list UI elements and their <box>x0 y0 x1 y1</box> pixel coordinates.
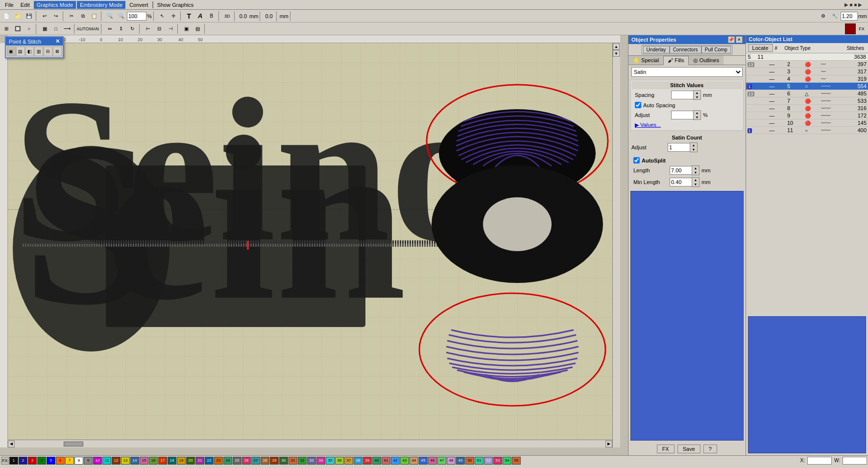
color-1[interactable]: 1 <box>9 457 18 465</box>
help-button[interactable]: ? <box>703 445 717 453</box>
table-row[interactable]: — 3 🔴 〰 317 <box>746 68 868 75</box>
color-51[interactable]: 51 <box>475 457 483 465</box>
zoom-out-btn[interactable]: 🔍 <box>104 11 115 22</box>
x-coord-input[interactable] <box>807 457 832 465</box>
save-button[interactable]: Save <box>677 445 700 453</box>
tab-special[interactable]: ⭐ Special <box>628 56 663 65</box>
color-53[interactable]: 53 <box>493 457 502 465</box>
color-41[interactable]: 41 <box>382 457 390 465</box>
menu-convert[interactable]: Convert <box>126 1 151 9</box>
color-21[interactable]: 21 <box>195 457 204 465</box>
mirror-v-btn[interactable]: ⇕ <box>116 23 126 34</box>
color-32[interactable]: 32 <box>298 457 307 465</box>
satin-down[interactable]: ▼ <box>690 147 697 152</box>
scrollbar-vertical[interactable]: ▲ ▼ <box>612 43 620 447</box>
fill-btn[interactable]: ▦ <box>39 23 50 34</box>
fx-button[interactable]: FX <box>657 445 675 453</box>
color-9[interactable]: 9 <box>84 457 93 465</box>
run-btn[interactable]: ⟶ <box>62 23 72 34</box>
color-22[interactable]: 22 <box>205 457 214 465</box>
table-row[interactable]: — 9 🔴 〰〰 172 <box>746 112 868 119</box>
manual-btn[interactable]: MAN <box>89 23 99 34</box>
color-49[interactable]: 49 <box>456 457 465 465</box>
settings-btn[interactable]: ⚙ <box>818 11 829 22</box>
spacing-down[interactable]: ▼ <box>694 95 700 99</box>
satin-adjust-input[interactable] <box>668 143 690 152</box>
open-btn[interactable]: 📁 <box>12 11 23 22</box>
table-row[interactable]: — 7 🔴 〰〰 533 <box>746 97 868 105</box>
color-6[interactable]: 6 <box>56 457 65 465</box>
connectors-tab[interactable]: Connectors <box>670 46 701 53</box>
color-28[interactable]: 28 <box>261 457 269 465</box>
obj-props-close[interactable]: ✕ <box>736 36 743 43</box>
color-25[interactable]: 25 <box>233 457 241 465</box>
density-input[interactable] <box>841 12 858 21</box>
bezier-btn[interactable]: B <box>206 11 217 22</box>
zoom-in-btn[interactable]: 🔍 <box>116 11 126 22</box>
color-55[interactable]: 55 <box>512 457 521 465</box>
menu-embroidery-mode[interactable]: Embroidery Mode <box>77 1 125 9</box>
menu-file[interactable]: File <box>2 1 17 9</box>
ps-icon-3[interactable]: ◧ <box>25 47 34 56</box>
paste-btn[interactable]: 📋 <box>89 11 99 22</box>
color-8[interactable]: 8 <box>74 457 83 465</box>
pull-comp-tab[interactable]: Pull Comp <box>701 46 731 53</box>
menu-show-graphics[interactable]: Show Graphics <box>154 1 197 9</box>
adjust-input[interactable] <box>671 111 693 119</box>
color-35[interactable]: 35 <box>326 457 335 465</box>
fill-color-btn[interactable]: FX <box>856 23 867 34</box>
new-btn[interactable]: 📄 <box>1 11 12 22</box>
adjust-down[interactable]: ▼ <box>694 115 700 119</box>
grid-btn[interactable]: ⊞ <box>1 23 12 34</box>
menu-edit[interactable]: Edit <box>18 1 33 9</box>
color-38[interactable]: 38 <box>354 457 362 465</box>
outline-btn[interactable]: □ <box>50 23 61 34</box>
color-3[interactable]: 3 <box>28 457 37 465</box>
a-btn[interactable]: A <box>195 11 206 22</box>
locate-button[interactable]: Locate <box>748 44 773 52</box>
color-48[interactable]: 48 <box>447 457 456 465</box>
underlay-tab[interactable]: Underlay <box>643 46 670 53</box>
color-17[interactable]: 17 <box>158 457 167 465</box>
values-link[interactable]: ▶ Values... <box>635 122 661 128</box>
color-30[interactable]: 30 <box>279 457 288 465</box>
color-14[interactable]: 14 <box>130 457 139 465</box>
satin-up[interactable]: ▲ <box>690 143 697 147</box>
w-input[interactable] <box>843 457 867 465</box>
ps-icon-6[interactable]: ⊠ <box>53 47 62 56</box>
align-left-btn[interactable]: ⊢ <box>143 23 153 34</box>
color-18[interactable]: 18 <box>168 457 176 465</box>
snap-btn[interactable]: 🔲 <box>12 23 23 34</box>
view3d-btn[interactable]: 3D <box>222 11 233 22</box>
spacing-up[interactable]: ▲ <box>694 91 700 95</box>
ps-icon-2[interactable]: ▤ <box>16 47 25 56</box>
color-36[interactable]: 36 <box>335 457 344 465</box>
color-47[interactable]: 47 <box>437 457 446 465</box>
canvas-drawing[interactable]: S ein Seino <box>8 43 620 447</box>
autosplit-checkbox[interactable] <box>633 157 640 164</box>
move-btn[interactable]: ✛ <box>168 11 179 22</box>
satin-adjust-control[interactable]: ▲ ▼ <box>668 142 698 152</box>
spacing-input[interactable] <box>671 91 693 99</box>
color-btn[interactable] <box>845 23 856 34</box>
adjust-control[interactable]: ▲ ▼ <box>671 110 701 120</box>
color-42[interactable]: 42 <box>391 457 400 465</box>
color-40[interactable]: 40 <box>372 457 381 465</box>
rotate-btn[interactable]: ↻ <box>127 23 138 34</box>
obj-props-pin[interactable]: 📌 <box>728 36 735 43</box>
ps-icon-5[interactable]: ⊟ <box>44 47 52 56</box>
min-length-down[interactable]: ▼ <box>692 182 699 187</box>
color-50[interactable]: 50 <box>465 457 474 465</box>
float-dialog-close[interactable]: ✕ <box>55 38 60 45</box>
color-31[interactable]: 31 <box>289 457 297 465</box>
fx-strip-btn[interactable]: FX <box>1 457 9 465</box>
menu-graphics-mode[interactable]: Graphics Mode <box>34 1 76 9</box>
copy-btn[interactable]: ⧉ <box>77 11 88 22</box>
length-down[interactable]: ▼ <box>692 170 699 175</box>
color-45[interactable]: 45 <box>419 457 428 465</box>
color-12[interactable]: 12 <box>112 457 121 465</box>
color-5[interactable]: 5 <box>47 457 55 465</box>
color-54[interactable]: 54 <box>503 457 511 465</box>
ps-icon-1[interactable]: ▣ <box>7 47 16 56</box>
stitch-type-select[interactable]: Satin Fill Run <box>631 67 743 77</box>
